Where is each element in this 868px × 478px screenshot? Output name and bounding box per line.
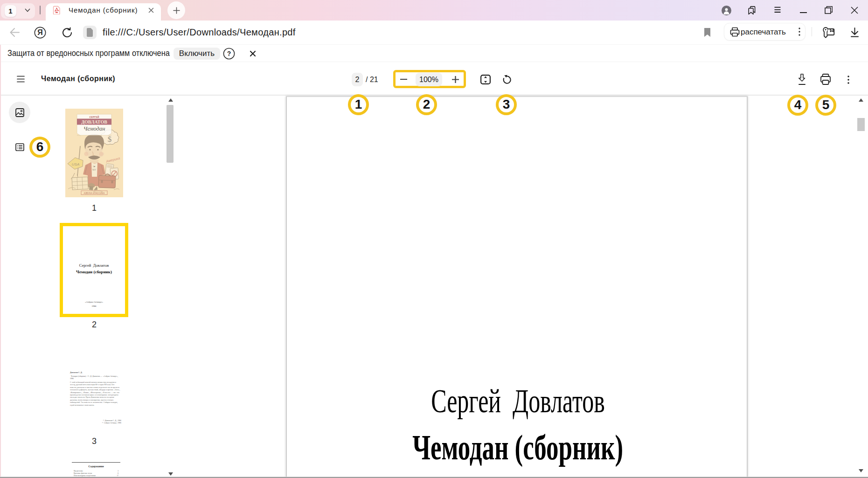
svg-text:Я: Я — [37, 28, 43, 36]
svg-text:ДОВЛАТОВ: ДОВЛАТОВ — [81, 119, 107, 125]
svg-text:NY: NY — [92, 168, 96, 171]
svg-text:USA: USA — [72, 162, 79, 166]
svg-text:?: ? — [227, 50, 231, 57]
svg-text:I♥: I♥ — [93, 165, 96, 168]
svg-text:$: $ — [108, 135, 112, 144]
svg-text:Чемодан: Чемодан — [83, 125, 105, 132]
svg-text:АЗБУКА КЛАССИКА: АЗБУКА КЛАССИКА — [84, 192, 105, 194]
svg-text:СЕРГЕЙ: СЕРГЕЙ — [90, 115, 99, 118]
